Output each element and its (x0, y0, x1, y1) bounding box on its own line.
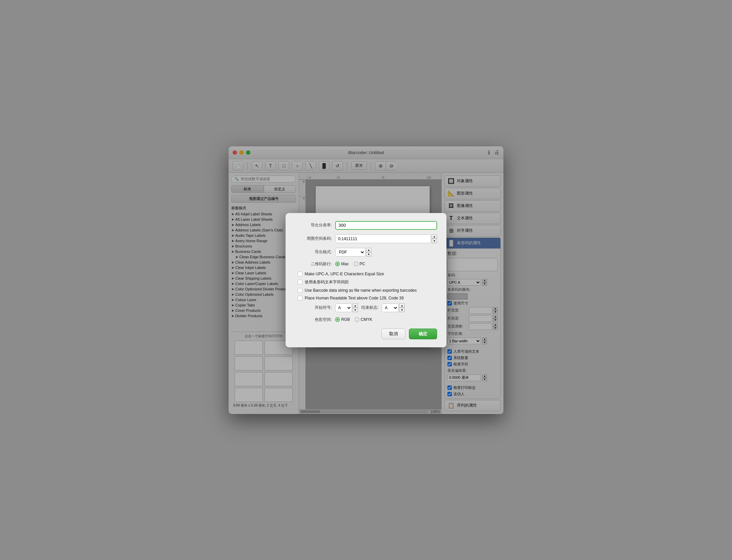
checkbox3-row: Use Barcode data string as file name whe… (295, 288, 437, 293)
checkbox2-label: 使用条形码文本字符间距 (305, 279, 349, 285)
format-select[interactable]: PDF (335, 248, 365, 257)
start-wrap: A ▲ ▼ (335, 303, 358, 312)
surround-up[interactable]: ▲ (432, 234, 437, 239)
format-up[interactable]: ▲ (366, 248, 371, 252)
mac-radio-dot (335, 262, 340, 266)
start-select[interactable]: A (335, 303, 352, 312)
dialog-buttons: 取消 确定 (295, 329, 437, 339)
start-stepper: ▲ ▼ (353, 303, 358, 312)
dpi-label: 导出分表率: (295, 222, 335, 228)
checkbox3[interactable] (298, 288, 302, 293)
end-up[interactable]: ▲ (399, 303, 405, 308)
newline-pc[interactable]: PC (354, 262, 365, 266)
cmyk-radio-dot (355, 317, 359, 322)
checkbox1-row: Make UPC-A, UPC-E Characters Equal Size (295, 272, 437, 276)
format-stepper: ▲ ▼ (366, 248, 371, 257)
format-down[interactable]: ▼ (366, 252, 371, 257)
newline-radio-group: Mac PC (335, 262, 437, 266)
start-end-row: 开始符号: A ▲ ▼ 结束标志: A ▲ ▼ (295, 303, 437, 312)
end-wrap: A ▲ ▼ (382, 303, 405, 312)
surround-down[interactable]: ▼ (432, 239, 437, 243)
start-down[interactable]: ▼ (353, 308, 358, 312)
dialog-overlay: 导出分表率: 周围空间条码: ▲ ▼ 导出格式: PDF ▲ ▼ (0, 0, 732, 560)
export-dialog: 导出分表率: 周围空间条码: ▲ ▼ 导出格式: PDF ▲ ▼ (286, 213, 446, 347)
newline-label: 二维码新行: (295, 261, 335, 267)
mac-label: Mac (341, 262, 349, 266)
start-up[interactable]: ▲ (353, 303, 358, 308)
rgb-radio[interactable]: RGB (335, 317, 350, 322)
dpi-row: 导出分表率: (295, 221, 437, 230)
surround-label: 周围空间条码: (295, 236, 335, 241)
surround-input[interactable] (335, 234, 431, 243)
checkbox3-label: Use Barcode data string as file name whe… (305, 288, 417, 293)
checkbox4-row: Place Human Readable Text above Code 128… (295, 296, 437, 300)
checkbox1-label: Make UPC-A, UPC-E Characters Equal Size (305, 272, 384, 276)
colorspace-label: 色彩空间: (295, 317, 335, 323)
rgb-label: RGB (341, 317, 350, 322)
end-select[interactable]: A (382, 303, 399, 312)
dpi-input[interactable] (335, 221, 437, 230)
end-label: 结束标志: (358, 305, 382, 310)
checkbox4-label: Place Human Readable Text above Code 128… (305, 296, 404, 300)
colorspace-radio-group: RGB CMYK (335, 317, 437, 322)
pc-radio-dot (354, 262, 358, 266)
newline-row: 二维码新行: Mac PC (295, 261, 437, 267)
cancel-button[interactable]: 取消 (381, 329, 406, 339)
checkbox4[interactable] (298, 296, 302, 300)
start-label: 开始符号: (295, 305, 335, 310)
surround-row: 周围空间条码: ▲ ▼ (295, 234, 437, 243)
checkbox1[interactable] (298, 272, 302, 276)
checkbox2[interactable] (298, 280, 302, 284)
newline-mac[interactable]: Mac (335, 262, 349, 266)
format-wrap: PDF ▲ ▼ (335, 248, 437, 257)
format-row: 导出格式: PDF ▲ ▼ (295, 248, 437, 257)
colorspace-row: 色彩空间: RGB CMYK (295, 317, 437, 323)
pc-label: PC (360, 262, 365, 266)
end-stepper: ▲ ▼ (399, 303, 405, 312)
checkbox2-row: 使用条形码文本字符间距 (295, 279, 437, 285)
end-down[interactable]: ▼ (399, 308, 405, 312)
rgb-radio-dot (335, 317, 340, 322)
format-label: 导出格式: (295, 249, 335, 255)
cmyk-label: CMYK (361, 317, 372, 322)
cmyk-radio[interactable]: CMYK (355, 317, 372, 322)
surround-stepper: ▲ ▼ (432, 234, 437, 243)
ok-button[interactable]: 确定 (409, 329, 437, 339)
